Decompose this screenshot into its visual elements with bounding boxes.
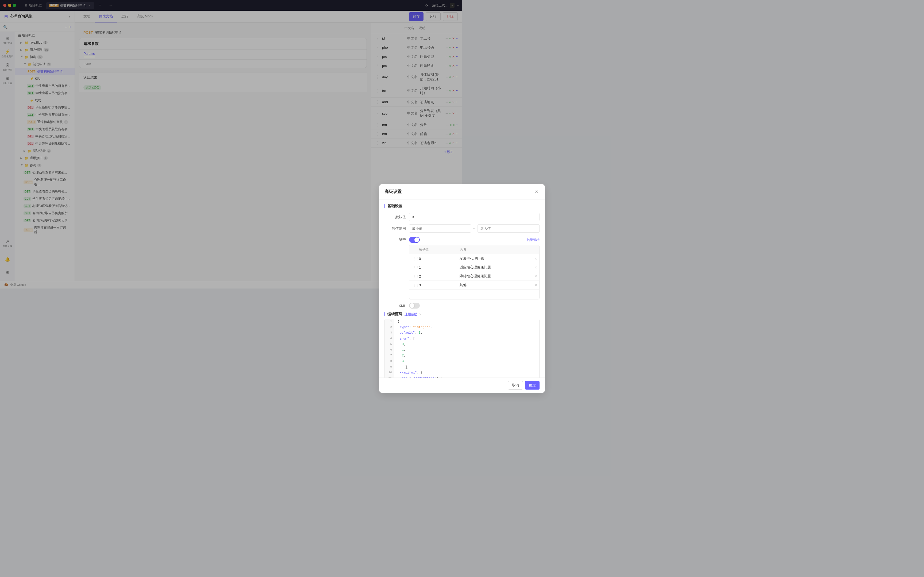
enum-row-2: ⋮⋮ 2 障碍性心理健康问题 ✕ [409,272,462,281]
enum-desc-header: 说明 [456,245,462,254]
enum-drag-header [409,245,416,254]
modal-overlay[interactable]: 高级设置 ✕ 基础设置 默认值 数值范围 ~ [0,0,462,288]
enum-drag-2: ⋮⋮ [409,272,416,280]
enum-val-1: 1 [416,264,456,271]
enum-desc-0: 发展性心理问题 [456,254,462,263]
enum-drag-1: ⋮⋮ [409,264,416,271]
enum-val-3: 3 [416,281,456,289]
modal-body: 基础设置 默认值 数值范围 ~ 枚举 [379,200,462,288]
default-value-row: 默认值 [385,213,462,221]
default-value-input[interactable] [409,213,462,221]
enum-val-0: 0 [416,255,456,263]
basic-settings-divider: 基础设置 [385,204,462,209]
enum-desc-3: 其他 [456,281,462,288]
enum-section: 批量编辑 枚举值 说明 ⋮⋮ 0 发展性心理问题 [409,237,462,288]
enum-val-2: 2 [416,272,456,280]
enum-row-0: ⋮⋮ 0 发展性心理问题 ✕ [409,254,462,263]
enum-drag-0: ⋮⋮ [409,255,416,263]
enum-desc-2: 障碍性心理健康问题 [456,272,462,280]
enum-row: 枚举 批量编辑 枚举值 说明 [385,236,462,288]
enum-header: 枚举值 说明 [409,245,462,254]
enum-row-1: ⋮⋮ 1 适应性心理健康问题 ✕ [409,263,462,272]
enum-value-header: 枚举值 [416,245,456,254]
enum-toggle[interactable] [409,237,420,243]
enum-actions-row: 批量编辑 [409,237,462,243]
modal-header: 高级设置 ✕ [379,184,462,200]
enum-row-3: ⋮⋮ 3 其他 ✕ [409,281,462,288]
range-label: 数值范围 [385,226,406,231]
enum-label: 枚举 [385,237,406,242]
enum-drag-3: ⋮⋮ [409,281,416,289]
modal-title: 高级设置 [385,189,402,195]
range-inputs: ~ [409,224,462,233]
default-value-label: 默认值 [385,215,406,219]
modal: 高级设置 ✕ 基础设置 默认值 数值范围 ~ [379,184,462,288]
basic-settings-title: 基础设置 [387,204,402,209]
range-row: 数值范围 ~ [385,224,462,233]
range-min-input[interactable] [409,224,462,233]
enum-desc-1: 适应性心理健康问题 [456,263,462,272]
enum-table: 枚举值 说明 ⋮⋮ 0 发展性心理问题 ✕ ⋮⋮ 1 [409,245,462,288]
